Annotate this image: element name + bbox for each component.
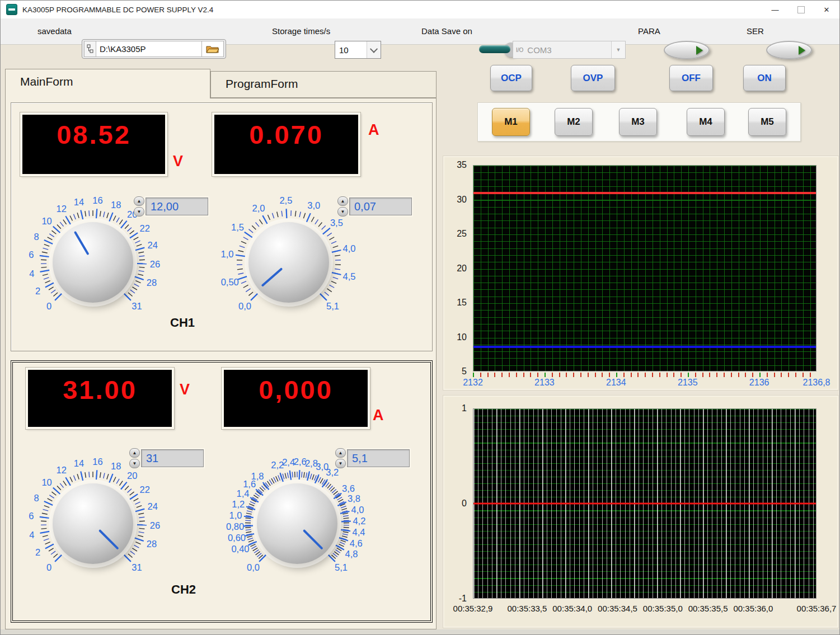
close-button[interactable]: ✕	[814, 1, 839, 18]
para-button[interactable]	[664, 41, 710, 59]
knob-scale-label: 24	[148, 240, 158, 251]
knob-scale-label: 18	[111, 199, 121, 210]
increment-button[interactable]: ▲	[335, 448, 346, 458]
maximize-icon	[797, 6, 805, 13]
knob-ball	[257, 483, 337, 564]
x-axis-tick-label: 00:35:33,5	[507, 604, 547, 613]
ser-label: SER	[747, 26, 764, 36]
knob-scale-label: 5,1	[335, 562, 348, 573]
knob-scale-label: 26	[150, 258, 160, 269]
knob-scale-label: 16	[92, 195, 102, 206]
app-icon	[6, 4, 17, 15]
ch1-voltage-value: 08.52	[22, 119, 165, 150]
x-axis-tick-label: 2135	[678, 378, 698, 388]
save-path-input[interactable]: D:\KA3305P	[96, 41, 202, 57]
increment-button[interactable]: ▲	[134, 196, 144, 206]
ch2-voltage-spinner: ▲ ▼ 31	[129, 448, 204, 468]
decrement-button[interactable]: ▼	[337, 207, 348, 217]
decrement-button[interactable]: ▼	[335, 459, 346, 468]
ovp-button[interactable]: OVP	[571, 65, 615, 91]
dropdown-arrow-icon: ▼	[616, 47, 621, 53]
ch1-voltage-setpoint[interactable]: 12,00	[146, 197, 208, 215]
minimize-button[interactable]: —	[762, 1, 788, 18]
knob-scale-label: 8	[34, 231, 39, 242]
x-axis-tick-label: 00:35:35,5	[688, 604, 728, 613]
ch2-current-knob[interactable]: 0,00,400,600,801,01,21,41,61,82,22,42,62…	[219, 445, 376, 602]
knob-scale-label: 4,5	[343, 271, 356, 282]
off-button[interactable]: OFF	[669, 65, 713, 91]
memory-button-m4[interactable]: M4	[687, 108, 725, 136]
knob-scale-label: 12	[57, 465, 67, 476]
knob-scale-label: 4	[29, 268, 34, 279]
memory-button-m3[interactable]: M3	[619, 108, 657, 136]
knob-scale-label: 8	[34, 492, 39, 503]
knob-scale-label: 6	[29, 249, 34, 260]
knob-scale-label: 14	[74, 196, 84, 207]
x-axis-tick-label: 00:35:34,5	[598, 604, 637, 613]
com-dropdown-button[interactable]: ▼	[611, 41, 625, 58]
ch2-current-value: 0,000	[224, 374, 368, 405]
folder-icon	[206, 45, 219, 54]
x-axis-tick-label: 00:35:32,9	[453, 604, 493, 613]
knob-scale-label: 4,2	[353, 515, 365, 526]
knob-scale-label: 26	[150, 520, 160, 530]
memory-button-m2[interactable]: M2	[555, 108, 593, 136]
knob-scale-label: 4	[29, 529, 34, 540]
y-axis-tick-label: 35	[457, 160, 467, 170]
maximize-button[interactable]	[788, 1, 814, 18]
y-axis-tick-label: 25	[457, 229, 467, 239]
ch1-current-value: 0.070	[214, 119, 358, 150]
y-axis: 3530252015105	[443, 165, 471, 371]
knob-scale-label: 3,5	[330, 218, 343, 228]
current-waveform-chart: 10-1 00:35:32,900:35:33,500:35:34,000:35…	[443, 395, 839, 628]
storage-dropdown-button[interactable]	[367, 41, 381, 58]
tab-mainform[interactable]: MainForm	[5, 69, 210, 98]
knob-scale-label: 0	[46, 562, 51, 573]
com-port-select[interactable]: I/O COM3 ▼	[513, 41, 626, 59]
knob-scale-label: 22	[139, 484, 149, 495]
y-axis-tick-label: 5	[462, 366, 467, 377]
increment-button[interactable]: ▲	[337, 196, 348, 206]
ch2-current-setpoint[interactable]: 5,1	[347, 449, 410, 467]
ch2-voltage-knob[interactable]: 024681012141618202224262831	[15, 445, 171, 602]
ocp-button[interactable]: OCP	[490, 65, 532, 91]
increment-button[interactable]: ▲	[129, 448, 140, 458]
decrement-button[interactable]: ▼	[129, 459, 140, 468]
plot-area	[473, 408, 816, 599]
ch1-label: CH1	[170, 316, 195, 330]
x-axis-tick-label: 2136,8	[803, 378, 830, 388]
knob-scale-label: 0,0	[247, 562, 260, 573]
browse-folder-button[interactable]	[202, 41, 224, 57]
knob-scale-label: 1,4	[237, 488, 250, 498]
ch2-voltage-setpoint[interactable]: 31	[141, 449, 204, 467]
ch2-current-spinner: ▲ ▼ 5,1	[335, 448, 410, 468]
knob-scale-label: 14	[74, 458, 84, 468]
on-button[interactable]: ON	[743, 65, 786, 91]
ch2-voltage-unit: V	[180, 381, 190, 398]
memory-button-m5[interactable]: M5	[748, 108, 786, 136]
knob-scale-label: 1,0	[229, 510, 242, 520]
x-axis-tick-label: 00:35:36,0	[733, 604, 773, 613]
ser-button[interactable]	[766, 41, 812, 59]
memory-button-m1[interactable]: M1	[492, 108, 530, 136]
tab-programform[interactable]: ProgramForm	[210, 71, 437, 98]
knob-scale-label: 3,0	[307, 200, 320, 211]
green-arrow-icon	[696, 46, 703, 55]
window-bottom-edge	[1, 629, 840, 635]
knob-ball	[53, 483, 133, 564]
save-path-control: D:\KA3305P	[82, 39, 226, 59]
decrement-button[interactable]: ▼	[134, 207, 144, 217]
ch1-current-setpoint[interactable]: 0,07	[349, 197, 412, 215]
y-axis-tick-label: 20	[457, 264, 467, 274]
knob-scale-label: 3,2	[326, 467, 339, 478]
knob-scale-label: 1,8	[251, 471, 264, 481]
knob-scale-label: 24	[148, 501, 158, 512]
knob-scale-label: 4,6	[350, 538, 363, 549]
storage-times-select[interactable]: 10	[335, 41, 381, 59]
knob-ball	[53, 222, 133, 303]
x-axis: 00:35:32,900:35:33,500:35:34,000:35:34,5…	[473, 604, 816, 615]
knob-scale-label: 10	[41, 477, 51, 487]
knob-scale-label: 18	[111, 460, 121, 471]
ch2-current-unit: A	[373, 407, 384, 424]
knob-scale-label: 2	[35, 286, 40, 297]
